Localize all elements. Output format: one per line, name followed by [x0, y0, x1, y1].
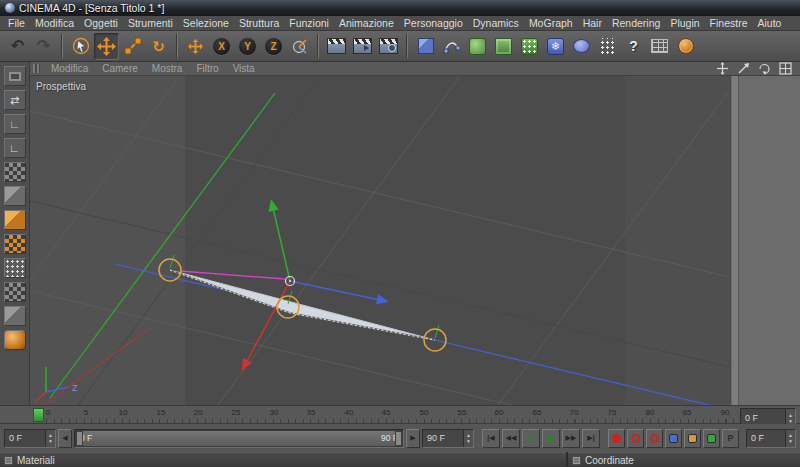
- live-selection-tool-button[interactable]: [68, 33, 93, 60]
- camera-view-label[interactable]: Prospettiva: [36, 81, 86, 92]
- vp-menu-filtro[interactable]: Filtro: [189, 63, 225, 74]
- polygons-mode-button[interactable]: [4, 282, 26, 302]
- range-end-field[interactable]: 90 F ▲▼: [422, 429, 474, 448]
- spinner-arrows-icon[interactable]: ▲▼: [785, 430, 795, 447]
- layout-browser-button[interactable]: [647, 33, 672, 60]
- timeline-ruler[interactable]: 0 5 10 15 20 25 30 35 40 45 50 55 60 65 …: [0, 405, 800, 424]
- ruler-tick-label: 0: [46, 408, 50, 417]
- render-view-button[interactable]: [324, 33, 349, 60]
- render-settings-button[interactable]: [376, 33, 401, 60]
- menu-item-modifica[interactable]: Modifica: [30, 17, 79, 29]
- play-button[interactable]: ▶: [542, 429, 560, 448]
- autokey-toggle[interactable]: [627, 429, 644, 448]
- texture-mode-button[interactable]: [4, 162, 26, 182]
- model-mode-button[interactable]: ∟: [4, 114, 26, 134]
- texture-axis-mode-button[interactable]: [4, 186, 26, 206]
- object-axis-mode-button[interactable]: ∟: [4, 138, 26, 158]
- next-key-button[interactable]: ▶▶: [562, 429, 580, 448]
- menu-item-hair[interactable]: Hair: [578, 17, 607, 29]
- range-left-button[interactable]: ◀: [58, 429, 72, 448]
- vp-menu-camere[interactable]: Camere: [95, 63, 145, 74]
- vp-menu-vista[interactable]: Vista: [226, 63, 262, 74]
- vp-menu-mostra[interactable]: Mostra: [145, 63, 190, 74]
- spinner-arrows-icon[interactable]: ▲▼: [45, 430, 55, 447]
- record-pla-toggle[interactable]: P: [722, 429, 739, 448]
- online-updater-button[interactable]: [673, 33, 698, 60]
- undo-button[interactable]: ↶: [5, 33, 30, 60]
- previous-frame-button[interactable]: ◀: [522, 429, 540, 448]
- current-frame-marker[interactable]: [33, 408, 44, 422]
- add-spline-button[interactable]: [439, 33, 464, 60]
- panel-grip-icon[interactable]: [33, 64, 40, 73]
- viewport-scrollbar[interactable]: [732, 76, 739, 405]
- viewport-pan-button[interactable]: [716, 62, 729, 75]
- keyframe-selection-toggle[interactable]: [646, 429, 663, 448]
- record-scale-toggle[interactable]: [684, 429, 701, 448]
- perspective-viewport[interactable]: Z Prospettiva: [30, 76, 730, 405]
- menu-item-aiuto[interactable]: Aiuto: [753, 17, 787, 29]
- menu-item-funzioni[interactable]: Funzioni: [284, 17, 334, 29]
- record-position-toggle[interactable]: [665, 429, 682, 448]
- convert-button[interactable]: ⇄: [4, 90, 26, 110]
- goto-start-button[interactable]: |◀: [482, 429, 500, 448]
- menu-item-struttura[interactable]: Struttura: [234, 17, 284, 29]
- spinner-arrows-icon[interactable]: ▲▼: [463, 430, 473, 447]
- record-keyframe-button[interactable]: [608, 429, 625, 448]
- menu-item-strumenti[interactable]: Strumenti: [123, 17, 178, 29]
- points-mode-button[interactable]: [4, 234, 26, 254]
- menu-item-dynamics[interactable]: Dynamics: [468, 17, 524, 29]
- lock-x-axis-button[interactable]: X: [209, 33, 234, 60]
- add-primitive-button[interactable]: [413, 33, 438, 60]
- add-mograph-object-button[interactable]: [517, 33, 542, 60]
- coordinate-system-button[interactable]: [287, 33, 312, 60]
- workplane-mode-button[interactable]: [4, 210, 26, 230]
- scale-tool-button[interactable]: [120, 33, 145, 60]
- range-slider-handle[interactable]: 0 F 90 F: [76, 431, 402, 446]
- object-axis-icon: ∟: [9, 142, 20, 154]
- menu-item-personaggio[interactable]: Personaggio: [399, 17, 468, 29]
- add-modeling-object-button[interactable]: [491, 33, 516, 60]
- lock-y-axis-button[interactable]: Y: [235, 33, 260, 60]
- record-rotation-toggle[interactable]: [703, 429, 720, 448]
- add-particles-button[interactable]: [595, 33, 620, 60]
- menu-item-selezione[interactable]: Selezione: [178, 17, 234, 29]
- move-tool-button[interactable]: [94, 33, 119, 60]
- render-region-button[interactable]: [350, 33, 375, 60]
- edges-mode-button[interactable]: [4, 258, 26, 278]
- display-mode-button[interactable]: [4, 330, 26, 350]
- title-bar[interactable]: CINEMA 4D - [Senza Titolo 1 *]: [0, 0, 800, 16]
- previous-key-button[interactable]: ◀◀: [502, 429, 520, 448]
- ruler-tick-label: 60: [495, 408, 504, 417]
- menu-item-plugin[interactable]: Plugin: [665, 17, 704, 29]
- snap-settings-button[interactable]: [4, 306, 26, 326]
- viewport-rotate-button[interactable]: [758, 62, 771, 75]
- menu-item-rendering[interactable]: Rendering: [607, 17, 665, 29]
- add-environment-button[interactable]: [569, 33, 594, 60]
- range-right-button[interactable]: ▶: [406, 429, 420, 448]
- add-deformer-button[interactable]: ❄: [543, 33, 568, 60]
- viewport-zoom-button[interactable]: [737, 62, 750, 75]
- last-tool-button[interactable]: [183, 33, 208, 60]
- preview-range-slider[interactable]: 0 F 90 F: [74, 429, 404, 448]
- viewport-scene[interactable]: Z: [30, 76, 730, 405]
- range-start-field[interactable]: 0 F ▲▼: [4, 429, 56, 448]
- materials-panel-header[interactable]: Materiali: [0, 452, 566, 467]
- menu-item-file[interactable]: File: [3, 17, 30, 29]
- main-menubar: File Modifica Oggetti Strumenti Selezion…: [0, 16, 800, 31]
- menu-item-animazione[interactable]: Animazione: [334, 17, 399, 29]
- current-frame-field[interactable]: 0 F ▲▼: [746, 429, 796, 448]
- make-editable-button[interactable]: [4, 66, 26, 86]
- coordinates-panel-header[interactable]: Coordinate: [568, 452, 800, 467]
- viewport-toggle-button[interactable]: [779, 62, 792, 75]
- goto-end-button[interactable]: ▶|: [582, 429, 600, 448]
- redo-button[interactable]: ↷: [31, 33, 56, 60]
- add-generator-button[interactable]: [465, 33, 490, 60]
- rotate-tool-button[interactable]: ↻: [146, 33, 171, 60]
- menu-item-oggetti[interactable]: Oggetti: [79, 17, 123, 29]
- lock-z-axis-button[interactable]: Z: [261, 33, 286, 60]
- help-button[interactable]: ?: [621, 33, 646, 60]
- menu-item-mograph[interactable]: MoGraph: [524, 17, 578, 29]
- deformer-snowflake-icon: ❄: [547, 38, 564, 55]
- vp-menu-modifica[interactable]: Modifica: [44, 63, 95, 74]
- menu-item-finestre[interactable]: Finestre: [705, 17, 753, 29]
